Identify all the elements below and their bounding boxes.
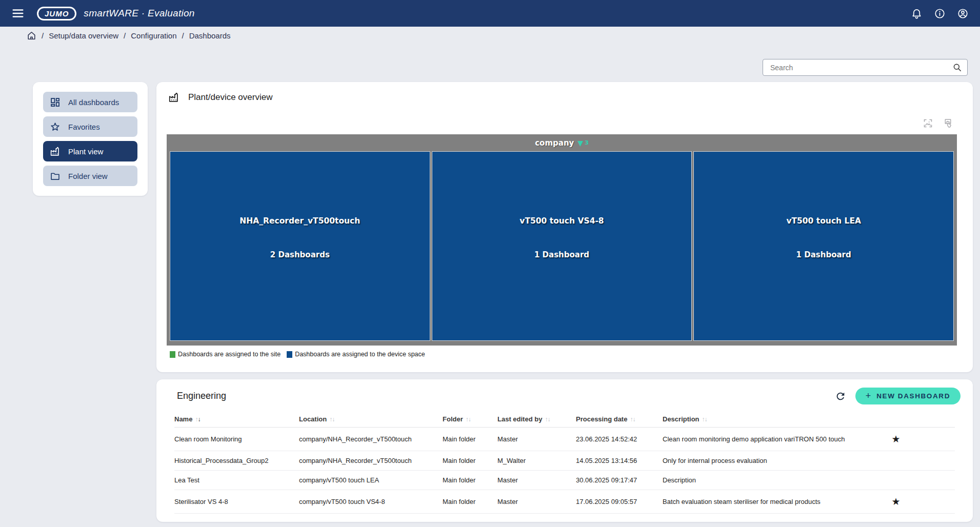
cell-last-edited-by: Master xyxy=(497,490,576,514)
legend-label: Dashboards are assigned to the device sp… xyxy=(295,351,425,358)
sidebar-item-folder-view[interactable]: Folder view xyxy=(43,166,137,186)
app-title: smartWARE · Evaluation xyxy=(84,8,194,19)
table-row[interactable]: Clean room Monitoring company/NHA_Record… xyxy=(174,428,955,451)
legend-item-site: Dashboards are assigned to the site xyxy=(170,351,281,358)
dashboards-table: Name↑↓ Location↑↓ Folder↑↓ Last edited b… xyxy=(174,411,955,514)
device-name: vT500 touch LEA xyxy=(786,216,861,226)
column-label: Folder xyxy=(443,415,463,423)
sidebar-item-label: Favorites xyxy=(68,123,100,131)
cell-name[interactable]: Lea Test xyxy=(174,471,299,490)
company-child-count: 3 xyxy=(585,139,589,146)
sidebar-item-label: All dashboards xyxy=(68,98,119,107)
sort-icons: ↑↓ xyxy=(329,416,334,423)
cell-spacer xyxy=(929,451,955,471)
device-dashboard-count: 1 Dashboard xyxy=(796,250,851,259)
breadcrumb-separator: / xyxy=(42,31,44,40)
column-label: Location xyxy=(299,415,327,423)
search-input[interactable] xyxy=(770,64,952,72)
info-icon[interactable] xyxy=(934,8,946,19)
new-dashboard-button[interactable]: + NEW DASHBOARD xyxy=(855,388,961,404)
cell-processing-date: 17.06.2025 09:05:57 xyxy=(576,490,663,514)
column-header-name[interactable]: Name↑↓ xyxy=(174,411,299,428)
pan-select-icon[interactable] xyxy=(943,118,953,129)
device-card-nha-recorder[interactable]: NHA_Recorder_vT500touch 2 Dashboards xyxy=(170,151,430,341)
dashboard-grid-icon xyxy=(50,97,61,108)
cell-last-edited-by: Master xyxy=(497,471,576,490)
sort-icons: ↑↓ xyxy=(195,416,200,423)
breadcrumb-separator: / xyxy=(124,31,126,40)
cell-processing-date: 23.06.2025 14:52:42 xyxy=(576,428,663,451)
device-cards-row: NHA_Recorder_vT500touch 2 Dashboards vT5… xyxy=(170,151,954,341)
engineering-controls: + NEW DASHBOARD xyxy=(835,388,961,404)
device-card-vt500-lea[interactable]: vT500 touch LEA 1 Dashboard xyxy=(693,151,954,341)
company-node-label: company xyxy=(535,138,574,148)
cell-description: Description xyxy=(663,471,863,490)
notifications-bell-icon[interactable] xyxy=(911,8,923,19)
cell-name[interactable]: Sterilisator VS 4-8 xyxy=(174,490,299,514)
search-icon[interactable] xyxy=(952,63,962,72)
cell-name[interactable]: Clean room Monitoring xyxy=(174,428,299,451)
table-row[interactable]: Historical_Processdata_Group2 company/NH… xyxy=(174,451,955,471)
sort-icons: ↑↓ xyxy=(630,416,635,423)
device-name: NHA_Recorder_vT500touch xyxy=(239,216,360,226)
cell-description: Only for internal process evaluation xyxy=(663,451,863,471)
column-label: Processing date xyxy=(576,415,627,423)
device-dashboard-count: 1 Dashboard xyxy=(534,250,589,259)
new-dashboard-label: NEW DASHBOARD xyxy=(876,392,950,400)
cell-location: company/NHA_Recorder_vT500touch xyxy=(299,451,443,471)
favorite-star-icon[interactable]: ★ xyxy=(863,428,929,451)
account-icon[interactable] xyxy=(957,8,969,19)
plant-panel-title: Plant/device overview xyxy=(188,92,272,103)
cell-name[interactable]: Historical_Processdata_Group2 xyxy=(174,451,299,471)
factory-icon xyxy=(50,146,61,157)
favorite-star-icon[interactable] xyxy=(863,451,929,471)
folder-icon xyxy=(50,171,61,181)
table-row[interactable]: Lea Test company/vT500 touch LEA Main fo… xyxy=(174,471,955,490)
view-sidebar: All dashboards Favorites Plant view Fold… xyxy=(33,82,148,196)
device-name: vT500 touch VS4-8 xyxy=(519,216,604,226)
column-label: Name xyxy=(174,415,192,423)
cell-location: company/NHA_Recorder_vT500touch xyxy=(299,428,443,451)
legend-swatch-green xyxy=(170,351,175,358)
refresh-icon[interactable] xyxy=(835,391,846,402)
tree-node-company[interactable]: company ▼3 xyxy=(170,134,954,151)
sidebar-item-all-dashboards[interactable]: All dashboards xyxy=(43,92,137,112)
breadcrumb-item-configuration[interactable]: Configuration xyxy=(131,31,176,40)
search-box xyxy=(763,59,968,76)
column-header-spacer xyxy=(929,411,955,428)
sidebar-item-plant-view[interactable]: Plant view xyxy=(43,141,137,161)
column-header-description[interactable]: Description↑↓ xyxy=(663,411,863,428)
hamburger-menu-icon[interactable] xyxy=(11,7,25,20)
cell-location: company/vT500 touch VS4-8 xyxy=(299,490,443,514)
breadcrumb-item-setup-data-overview[interactable]: Setup/data overview xyxy=(49,31,118,40)
column-header-last-edited-by[interactable]: Last edited by↑↓ xyxy=(497,411,576,428)
sort-icons: ↑↓ xyxy=(466,416,471,423)
legend-item-device-space: Dashboards are assigned to the device sp… xyxy=(287,351,425,358)
cell-processing-date: 30.06.2025 09:17:47 xyxy=(576,471,663,490)
tree-toolbar xyxy=(923,118,953,129)
sidebar-item-label: Plant view xyxy=(68,147,103,156)
favorite-star-icon[interactable] xyxy=(863,471,929,490)
legend-swatch-blue xyxy=(287,351,292,358)
device-card-vt500-vs4-8[interactable]: vT500 touch VS4-8 1 Dashboard xyxy=(432,151,692,341)
plant-device-overview-panel: Plant/device overview company ▼3 xyxy=(156,82,973,372)
navbar-actions xyxy=(911,8,969,19)
column-header-folder[interactable]: Folder↑↓ xyxy=(443,411,497,428)
home-icon[interactable] xyxy=(27,31,36,40)
breadcrumb: / Setup/data overview / Configuration / … xyxy=(0,27,980,44)
breadcrumb-item-dashboards[interactable]: Dashboards xyxy=(189,31,231,40)
table-row[interactable]: Sterilisator VS 4-8 company/vT500 touch … xyxy=(174,490,955,514)
cell-spacer xyxy=(929,428,955,451)
favorite-star-icon[interactable]: ★ xyxy=(863,490,929,514)
cell-folder: Main folder xyxy=(443,451,497,471)
factory-icon xyxy=(168,92,179,103)
fit-image-icon[interactable] xyxy=(923,118,933,129)
cell-processing-date: 14.05.2025 13:14:56 xyxy=(576,451,663,471)
breadcrumb-separator: / xyxy=(182,31,184,40)
column-header-processing-date[interactable]: Processing date↑↓ xyxy=(576,411,663,428)
column-header-location[interactable]: Location↑↓ xyxy=(299,411,443,428)
cell-description: Clean room monitoring demo application v… xyxy=(663,428,863,451)
sort-icons: ↑↓ xyxy=(545,416,550,423)
sidebar-item-favorites[interactable]: Favorites xyxy=(43,116,137,137)
jumo-logo[interactable]: JUMO xyxy=(37,7,76,21)
